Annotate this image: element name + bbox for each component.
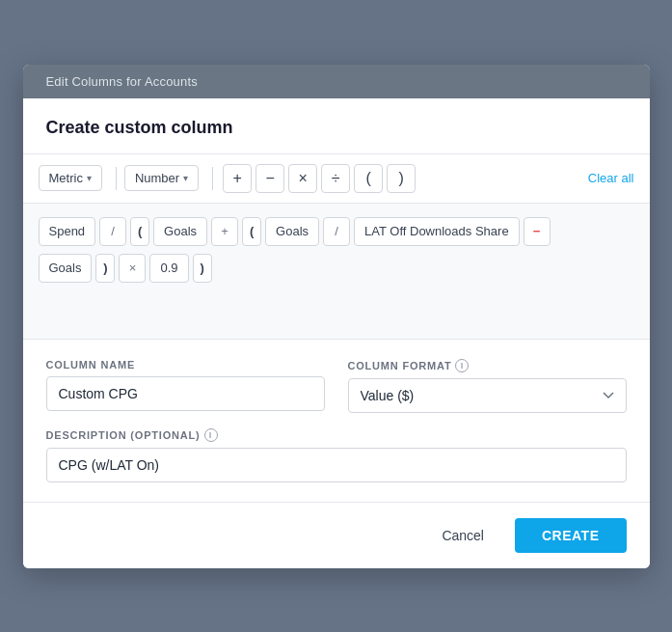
token-close-paren-2[interactable]: ) <box>193 254 212 283</box>
edit-columns-label: Edit Columns for Accounts <box>46 74 198 89</box>
token-minus-1[interactable]: − <box>524 217 551 246</box>
description-row: DESCRIPTION (OPTIONAL) i <box>46 428 627 482</box>
number-label: Number <box>135 171 179 185</box>
op-plus-button[interactable]: + <box>223 164 252 193</box>
op-minus-button[interactable]: − <box>255 164 284 193</box>
token-lat-off-downloads-share[interactable]: LAT Off Downloads Share <box>354 217 520 246</box>
modal-body: Metric ▾ Number ▾ + − × ÷ ( ) Clear all <box>23 154 650 502</box>
clear-all-button[interactable]: Clear all <box>588 171 634 185</box>
description-info-icon[interactable]: i <box>204 428 218 442</box>
number-dropdown[interactable]: Number ▾ <box>124 165 199 191</box>
token-goals-3[interactable]: Goals <box>39 254 93 283</box>
op-open-paren-button[interactable]: ( <box>354 164 383 193</box>
number-chevron-icon: ▾ <box>183 173 188 183</box>
token-goals-2[interactable]: Goals <box>265 217 319 246</box>
formula-toolbar: Metric ▾ Number ▾ + − × ÷ ( ) Clear all <box>23 154 650 204</box>
column-format-group: COLUMN FORMAT i Value ($) Percentage (%)… <box>348 359 627 413</box>
metric-chevron-icon: ▾ <box>87 173 92 183</box>
toolbar-divider-2 <box>212 167 213 190</box>
token-plus-1[interactable]: + <box>211 217 238 246</box>
column-name-group: COLUMN NAME <box>46 359 325 413</box>
description-input[interactable] <box>46 448 627 482</box>
token-spend[interactable]: Spend <box>39 217 96 246</box>
column-format-label: COLUMN FORMAT i <box>348 359 627 372</box>
modal-backdrop: Edit Columns for Accounts Create custom … <box>0 0 672 632</box>
formula-row-2: Goals ) × 0.9 ) <box>39 254 634 283</box>
formula-area: Spend / ( Goals + ( Goals / LAT Off Down… <box>23 204 650 339</box>
cancel-button[interactable]: Cancel <box>422 518 503 553</box>
description-label: DESCRIPTION (OPTIONAL) i <box>46 428 627 442</box>
column-format-select[interactable]: Value ($) Percentage (%) Number Rate <box>348 378 627 413</box>
column-name-input[interactable] <box>46 376 325 411</box>
token-goals-1[interactable]: Goals <box>153 217 207 246</box>
modal-footer: Cancel CREATE <box>23 502 650 568</box>
modal: Edit Columns for Accounts Create custom … <box>23 65 650 568</box>
edit-columns-bar: Edit Columns for Accounts <box>23 65 650 98</box>
op-times-button[interactable]: × <box>288 164 317 193</box>
metric-label: Metric <box>49 171 83 185</box>
op-divide-button[interactable]: ÷ <box>321 164 350 193</box>
token-div-2[interactable]: / <box>323 217 350 246</box>
token-times-1[interactable]: × <box>119 254 146 283</box>
token-open-paren-2[interactable]: ( <box>242 217 261 246</box>
form-section: COLUMN NAME COLUMN FORMAT i Value ($) Pe… <box>23 339 650 502</box>
toolbar-divider-1 <box>116 167 117 190</box>
column-name-label: COLUMN NAME <box>46 359 325 371</box>
op-close-paren-button[interactable]: ) <box>387 164 416 193</box>
form-row-names: COLUMN NAME COLUMN FORMAT i Value ($) Pe… <box>46 359 627 413</box>
token-0-9[interactable]: 0.9 <box>149 254 188 283</box>
metric-dropdown[interactable]: Metric ▾ <box>39 165 102 191</box>
token-div-1[interactable]: / <box>99 217 126 246</box>
description-group: DESCRIPTION (OPTIONAL) i <box>46 428 627 482</box>
token-close-paren-1[interactable]: ) <box>95 254 115 283</box>
token-open-paren-1[interactable]: ( <box>130 217 149 246</box>
modal-header: Create custom column <box>23 98 650 154</box>
column-format-info-icon[interactable]: i <box>455 359 469 372</box>
create-button[interactable]: CREATE <box>515 518 627 553</box>
modal-title: Create custom column <box>46 118 627 138</box>
formula-row-1: Spend / ( Goals + ( Goals / LAT Off Down… <box>39 217 634 246</box>
